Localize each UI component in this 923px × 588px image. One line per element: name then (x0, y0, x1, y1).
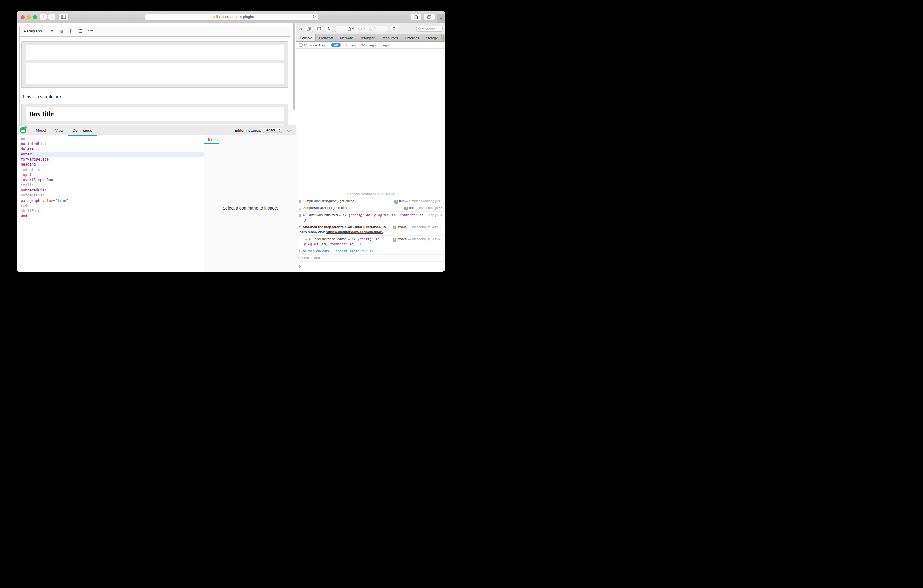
heading-dropdown[interactable]: Paragraph (24, 29, 42, 33)
ck-tab-view[interactable]: View (51, 125, 68, 135)
tab-overview-button[interactable] (424, 14, 435, 20)
dock-bottom-button[interactable] (315, 26, 323, 32)
log-location[interactable]: fattach — inspector.js:133:326 (393, 237, 442, 242)
wi-tab-debugger[interactable]: Debugger (356, 34, 378, 41)
editor-instance-label: Editor instance: (234, 128, 261, 133)
console-log-row-nested[interactable]: fattach — inspector.js:133:326 ▶Editor i… (296, 235, 445, 248)
dock-side-button[interactable] (305, 26, 313, 32)
command-item[interactable]: insertSimpleBox (16, 177, 204, 182)
editor-content[interactable]: This is a simple box: Box title (19, 36, 290, 138)
italic-button[interactable]: I (70, 28, 71, 34)
ck-tab-model[interactable]: Model (31, 125, 51, 135)
title-bar: localhost/creating-a-plugin/ ↻ + (16, 11, 445, 23)
command-item[interactable]: undo (16, 214, 204, 218)
command-item[interactable]: input (16, 172, 204, 177)
share-button[interactable] (411, 14, 422, 20)
command-item[interactable]: indentList (16, 168, 204, 172)
console-log-row[interactable]: finit — essentials.js:35 SimpleBoxUI#ini… (296, 205, 445, 211)
element-picker-button[interactable] (390, 26, 398, 32)
chevron-right-icon (51, 15, 53, 19)
bulleted-list-button[interactable] (88, 30, 93, 33)
command-item[interactable]: shiftEnter (16, 209, 204, 214)
sidebar-toggle-button[interactable] (58, 14, 69, 20)
box-title-heading[interactable]: Box title (29, 110, 281, 118)
dock-bottom-icon (317, 27, 321, 30)
reload-icon[interactable]: ↻ (312, 14, 316, 19)
filter-warnings[interactable]: Warnings (361, 43, 376, 47)
console-log-row[interactable]: finit — simpleboxediting.js:19 SimpleBox… (296, 198, 445, 205)
close-window-button[interactable] (21, 15, 25, 19)
preserve-log-checkbox[interactable] (299, 43, 303, 47)
disclosure-triangle-icon[interactable]: ▶ (303, 214, 305, 217)
tab-add[interactable]: + (443, 34, 445, 41)
log-location[interactable]: finit — essentials.js:35 (404, 205, 442, 210)
numbered-list-button[interactable]: 1 2 (77, 28, 82, 34)
resource-count-group: 4 (348, 27, 354, 31)
new-tab-button[interactable]: + (437, 14, 445, 23)
wi-tab-network[interactable]: Network (337, 34, 356, 41)
log-text: Editor instance "editor" (312, 237, 347, 241)
command-item[interactable]: bold (16, 136, 204, 141)
simple-box-title-field[interactable]: Box title (26, 107, 284, 121)
log-location[interactable]: finit — simpleboxediting.js:19 (394, 199, 442, 204)
editor-instance-select[interactable]: editor (263, 128, 282, 133)
close-inspector-button[interactable]: × (299, 26, 303, 31)
zoom-window-button[interactable] (33, 15, 37, 19)
bold-button[interactable]: B (60, 28, 64, 34)
command-item[interactable]: outdentList (16, 193, 204, 198)
tab-inspect[interactable]: Inspect (204, 135, 221, 144)
simple-box-widget[interactable] (21, 41, 288, 88)
editor-instance-value: editor (263, 128, 278, 132)
warning-count-group: 0 (369, 27, 376, 31)
disclosure-triangle-open-icon[interactable]: ▼ (299, 225, 301, 228)
search-input[interactable]: Search (416, 26, 443, 31)
log-location[interactable]: app.js:31 (429, 213, 442, 218)
command-item[interactable]: heading (16, 162, 204, 167)
console-result-row[interactable]: undefined (296, 255, 445, 261)
wi-tab-elements[interactable]: Elements (316, 34, 337, 41)
command-item[interactable]: italic (16, 183, 204, 188)
reload-page-button[interactable]: ↻ (325, 26, 333, 32)
command-item[interactable]: numberedList (16, 188, 204, 193)
console-log-row[interactable]: fattach — inspector.js:133:182 ▼Attached… (296, 223, 445, 236)
console-link[interactable]: https://ckeditor.com/docs/ckeditor5 (325, 230, 383, 234)
filter-logs[interactable]: Logs (381, 43, 389, 47)
collapse-inspector-button[interactable] (287, 128, 291, 133)
log-location[interactable]: fattach — inspector.js:133:182 (393, 225, 442, 230)
share-icon (414, 15, 418, 19)
disclosure-triangle-icon[interactable]: ▶ (309, 238, 311, 240)
command-item[interactable]: paragraph value="true" (16, 198, 204, 203)
console-log-row[interactable]: app.js:31 ▶Editor was initialized – Kl {… (296, 211, 445, 223)
console-prompt[interactable] (296, 261, 445, 272)
resource-summary-button[interactable]: 4 0 0 (335, 26, 388, 32)
wi-tab-storage[interactable]: Storage (423, 34, 442, 41)
command-item[interactable]: enter (16, 152, 204, 157)
preserve-log-label[interactable]: Preserve Log (304, 43, 325, 47)
wi-tab-resources[interactable]: Resources (378, 34, 401, 41)
address-bar[interactable]: localhost/creating-a-plugin/ ↻ (145, 14, 319, 21)
crosshair-icon (392, 26, 396, 31)
simple-box-title-field[interactable] (26, 44, 284, 60)
console-input-row[interactable]: editor.execute( 'insertSimpleBox' ); (296, 248, 445, 255)
chevron-left-icon (42, 15, 44, 19)
command-item[interactable]: forwardDelete (16, 157, 204, 162)
simple-box-description-field[interactable] (26, 63, 284, 84)
command-item[interactable]: delete (16, 147, 204, 152)
back-button[interactable] (40, 14, 47, 20)
command-item[interactable]: bulletedList (16, 141, 204, 146)
wi-tab-timelines[interactable]: Timelines (401, 34, 423, 41)
function-badge-icon: f (393, 238, 396, 242)
filter-all[interactable]: All (331, 43, 341, 47)
command-inspect-pane: Inspect Select a command to inspect (204, 135, 296, 272)
console-result-icon (298, 257, 301, 259)
minimize-window-button[interactable] (27, 15, 31, 19)
page-scrollbar[interactable] (293, 23, 295, 110)
paragraph-text[interactable]: This is a simple box: (20, 94, 290, 100)
forward-button[interactable] (48, 14, 55, 20)
divider (328, 43, 328, 47)
command-item[interactable]: redo (16, 203, 204, 209)
tab-overflow[interactable]: » (442, 34, 443, 41)
ck-tab-commands[interactable]: Commands (68, 125, 96, 135)
wi-tab-console[interactable]: Console (296, 34, 316, 41)
filter-errors[interactable]: Errors (347, 43, 356, 47)
